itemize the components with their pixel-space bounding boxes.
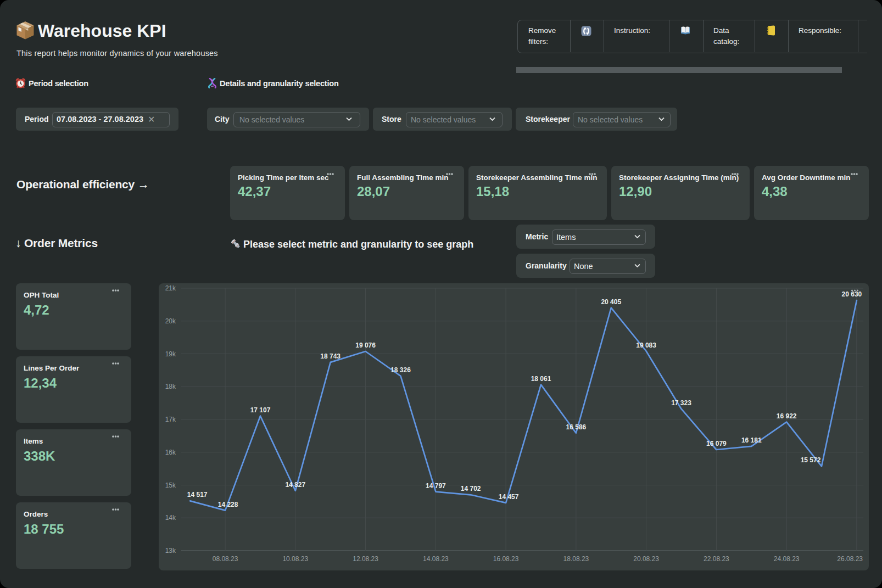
svg-text:18 326: 18 326	[390, 366, 411, 374]
svg-text:17 107: 17 107	[250, 406, 271, 414]
svg-text:13k: 13k	[165, 547, 176, 555]
svg-text:14 517: 14 517	[187, 491, 208, 499]
svg-text:16 079: 16 079	[706, 440, 727, 447]
svg-text:20 630: 20 630	[842, 290, 862, 298]
svg-text:15 572: 15 572	[801, 456, 821, 464]
svg-text:16 922: 16 922	[777, 412, 797, 420]
svg-text:19 083: 19 083	[636, 341, 656, 349]
svg-text:19k: 19k	[165, 350, 176, 358]
svg-text:15k: 15k	[165, 481, 176, 489]
svg-text:14 797: 14 797	[426, 482, 446, 490]
svg-text:14 827: 14 827	[285, 481, 305, 489]
svg-text:26.08.23: 26.08.23	[837, 555, 863, 563]
svg-text:14.08.23: 14.08.23	[423, 555, 449, 563]
svg-text:24.08.23: 24.08.23	[774, 555, 800, 563]
svg-text:12.08.23: 12.08.23	[353, 555, 378, 563]
svg-text:14 457: 14 457	[499, 493, 519, 501]
svg-text:16 181: 16 181	[741, 436, 762, 444]
svg-text:16 586: 16 586	[566, 423, 587, 431]
svg-text:14k: 14k	[165, 514, 176, 522]
svg-text:17k: 17k	[165, 416, 176, 423]
svg-text:18 743: 18 743	[320, 352, 340, 360]
svg-text:22.08.23: 22.08.23	[704, 555, 729, 563]
svg-text:18.08.23: 18.08.23	[563, 555, 589, 563]
svg-text:18k: 18k	[165, 383, 176, 390]
svg-text:21k: 21k	[165, 284, 176, 292]
svg-text:08.08.23: 08.08.23	[213, 555, 238, 563]
svg-text:14 228: 14 228	[218, 501, 238, 508]
svg-text:16.08.23: 16.08.23	[493, 555, 519, 563]
svg-text:20 405: 20 405	[601, 298, 621, 306]
svg-text:16k: 16k	[165, 449, 176, 456]
svg-text:14 702: 14 702	[461, 485, 481, 492]
svg-text:20k: 20k	[165, 317, 176, 325]
svg-text:19 076: 19 076	[355, 341, 376, 349]
svg-text:20.08.23: 20.08.23	[633, 555, 659, 563]
svg-text:17 323: 17 323	[671, 399, 691, 407]
svg-text:10.08.23: 10.08.23	[282, 555, 308, 563]
svg-text:18 061: 18 061	[531, 375, 551, 383]
